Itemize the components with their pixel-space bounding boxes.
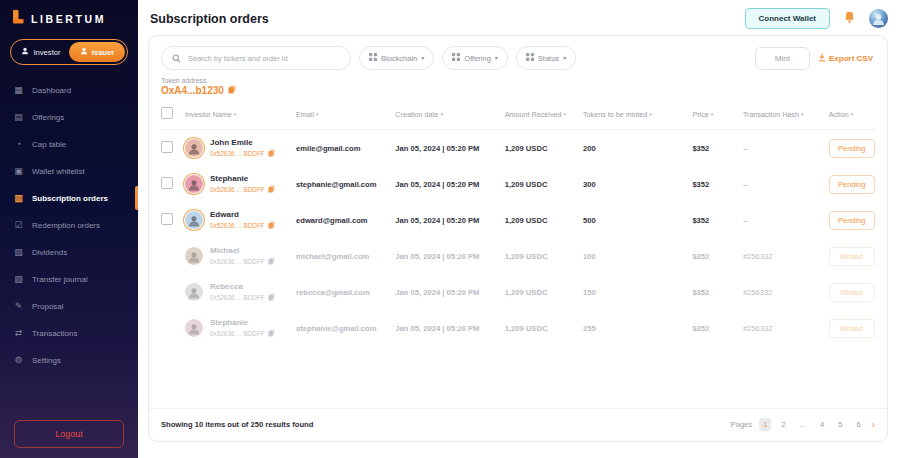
table-row: Stephanie0x52636 ... BDDFFstephanie@gmai…	[161, 310, 875, 346]
filter-label: Blockchain	[381, 54, 417, 63]
copy-icon[interactable]	[228, 85, 236, 96]
download-icon	[818, 53, 826, 64]
grid-icon	[369, 53, 377, 63]
tokens-cell: 200	[583, 144, 692, 153]
action-pending-button[interactable]: Pending	[829, 175, 875, 194]
email-cell: stephanie@gmail.com	[296, 324, 395, 333]
sidebar-item-wallet-whitelist[interactable]: ▣Wallet whitelist	[0, 160, 138, 182]
sidebar-item-dashboard[interactable]: ▦Dashboard	[0, 79, 138, 101]
orders-card: Blockchain▾Offering▾Status▾ Mint Export …	[148, 35, 888, 442]
filter-offering[interactable]: Offering▾	[442, 46, 508, 70]
column-header-amount-received[interactable]: Amount Received▾	[505, 110, 583, 119]
filter-blockchain[interactable]: Blockchain▾	[359, 46, 434, 70]
row-checkbox[interactable]	[161, 141, 173, 153]
next-page-icon[interactable]: ›	[872, 420, 875, 430]
action-pending-button[interactable]: Pending	[829, 139, 875, 158]
page-ellipsis: ...	[796, 418, 810, 431]
sidebar-item-redemption-orders[interactable]: ☑Redemption orders	[0, 214, 138, 236]
price-cell: $352	[692, 252, 742, 261]
copy-icon[interactable]	[268, 293, 275, 302]
search-input[interactable]	[186, 53, 340, 64]
investor-name: Edward	[210, 210, 275, 220]
copy-icon[interactable]	[268, 257, 275, 266]
column-header-tokens-to-be-minted[interactable]: Tokens to be minted▾	[583, 110, 692, 119]
sidebar-item-subscription-orders[interactable]: ▥Subscription orders	[0, 187, 138, 209]
column-label: Email	[296, 110, 314, 119]
tokens-cell: 150	[583, 288, 692, 297]
sidebar-item-transfer-journal[interactable]: ▧Transfer journal	[0, 268, 138, 290]
connect-wallet-button[interactable]: Connect Wallet	[745, 8, 830, 29]
sidebar-item-offerings[interactable]: ▤Offerings	[0, 106, 138, 128]
copy-icon[interactable]	[268, 185, 275, 194]
bell-icon[interactable]	[843, 10, 856, 28]
action-minted-button[interactable]: Minted	[829, 319, 875, 338]
column-label: Price	[692, 110, 708, 119]
cap-table-icon: ◔	[13, 139, 24, 149]
role-toggle[interactable]: InvestorIssuer	[10, 39, 128, 65]
sidebar-item-label: Dashboard	[32, 86, 71, 95]
table-row: John Emile0x52636 ... BDDFFemile@gmail.c…	[161, 130, 875, 166]
app-window: LIBERTUM InvestorIssuer ▦Dashboard▤Offer…	[0, 0, 904, 458]
row-checkbox[interactable]	[161, 213, 173, 225]
column-header-investor-name[interactable]: Investor Name▾	[185, 110, 296, 119]
action-pending-button[interactable]: Pending	[829, 211, 875, 230]
sidebar-item-dividends[interactable]: ▨Dividends	[0, 241, 138, 263]
column-header-price[interactable]: Price▾	[692, 110, 742, 119]
copy-icon[interactable]	[268, 221, 275, 230]
search-box[interactable]	[161, 46, 351, 70]
investor-cell: Stephanie0x52636 ... BDDFF	[185, 174, 296, 194]
transactions-icon: ⇄	[13, 328, 24, 338]
sort-icon: ▾	[441, 111, 444, 117]
copy-icon[interactable]	[268, 149, 275, 158]
table-row: Michael0x52636 ... BDDFFmichael@gmail.co…	[161, 238, 875, 274]
investor-icon	[21, 47, 29, 57]
action-minted-button[interactable]: Minted	[829, 283, 875, 302]
page-button-5[interactable]: 5	[834, 418, 846, 431]
page-button-6[interactable]: 6	[852, 418, 864, 431]
offerings-icon: ▤	[13, 112, 24, 122]
sidebar-item-cap-table[interactable]: ◔Cap table	[0, 133, 138, 155]
role-label: Investor	[33, 48, 60, 57]
token-address-value: OxA4...b1230	[161, 85, 224, 96]
transaction-hash-cell: #256332	[743, 288, 829, 297]
mint-button[interactable]: Mint	[755, 47, 810, 70]
sidebar-item-transactions[interactable]: ⇄Transactions	[0, 322, 138, 344]
page-button-1[interactable]: 1	[759, 418, 771, 431]
logout-button[interactable]: Logout	[14, 420, 124, 448]
table-row: Stephanie0x52636 ... BDDFFstephanie@gmai…	[161, 166, 875, 202]
action-minted-button[interactable]: Minted	[829, 247, 875, 266]
select-all-checkbox[interactable]	[161, 107, 173, 119]
settings-icon: ⚙	[13, 355, 24, 365]
creation-date-cell: Jan 05, 2024 | 05:20 PM	[395, 180, 504, 189]
role-option-investor[interactable]: Investor	[13, 42, 69, 62]
transaction-hash-cell: --	[743, 216, 829, 225]
copy-icon[interactable]	[268, 329, 275, 338]
tokens-cell: 255	[583, 324, 692, 333]
column-header-action[interactable]: Action▾	[829, 110, 875, 119]
column-header-email[interactable]: Email▾	[296, 110, 395, 119]
results-summary: Showing 10 items out of 250 results foun…	[161, 420, 313, 429]
export-csv-button[interactable]: Export CSV	[818, 53, 873, 64]
column-header-creation-date[interactable]: Creation date▾	[395, 110, 504, 119]
investor-avatar	[185, 175, 203, 193]
sidebar-item-settings[interactable]: ⚙Settings	[0, 349, 138, 371]
amount-received-cell: 1,209 USDC	[505, 288, 583, 297]
page-button-4[interactable]: 4	[816, 418, 828, 431]
sort-icon: ▾	[316, 111, 319, 117]
sort-icon: ▾	[851, 111, 854, 117]
price-cell: $352	[692, 324, 742, 333]
role-option-issuer[interactable]: Issuer	[69, 42, 125, 62]
main-content: Subscription orders Connect Wallet	[138, 0, 904, 458]
filter-status[interactable]: Status▾	[516, 46, 576, 70]
row-checkbox[interactable]	[161, 177, 173, 189]
creation-date-cell: Jan 05, 2024 | 05:20 PM	[395, 252, 504, 261]
sidebar-item-label: Transfer journal	[32, 275, 88, 284]
brand-name: LIBERTUM	[31, 13, 106, 25]
page-button-2[interactable]: 2	[777, 418, 789, 431]
token-block: Token address OxA4...b1230	[149, 74, 887, 101]
column-label: Investor Name	[185, 110, 232, 119]
column-header-transaction-hash[interactable]: Transaction Hash▾	[743, 110, 829, 119]
user-avatar[interactable]	[869, 9, 888, 28]
token-address-label: Token address	[161, 77, 875, 84]
sidebar-item-proposal[interactable]: ✎Proposal	[0, 295, 138, 317]
